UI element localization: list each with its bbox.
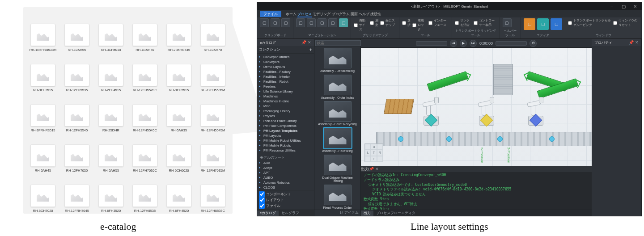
ecatalog-item[interactable]: RH-3FH3515 [26, 52, 60, 92]
ecatalog-item[interactable]: RH-3FRHR3515 [26, 92, 60, 132]
3d-viewport[interactable]: BLTRF 2-Position 3-Position [361, 48, 592, 166]
tree-item[interactable]: Demo Layouts [258, 64, 313, 69]
tree-item[interactable]: Machines In-Line [258, 99, 313, 104]
robot-1[interactable] [419, 94, 443, 126]
ecatalog-item[interactable]: RH-10AH55 [60, 12, 94, 52]
tree-item[interactable]: AUBO [258, 175, 313, 180]
signal-icon[interactable]: ▢ [503, 18, 512, 27]
ecatalog-item[interactable]: RH-12FRH7045 [60, 173, 94, 213]
asset-item[interactable]: Fixed Process Order Inser… [318, 185, 357, 210]
menu-プログラム[interactable]: プログラム [332, 12, 350, 16]
play-button[interactable]: ▶ [460, 40, 467, 47]
paste-icon[interactable]: ▢ [271, 18, 280, 27]
ecatalog-item[interactable]: RH-12FH8535C [196, 173, 230, 213]
main-conveyor[interactable] [376, 132, 592, 146]
tree-item[interactable]: Conveyor Utilities [258, 55, 313, 59]
proc-icon[interactable]: ▢ [537, 18, 549, 30]
tree-item[interactable]: PM Resource Utilities [258, 148, 313, 153]
menu-ヘルプ[interactable]: ヘルプ [359, 12, 369, 16]
navcube-face[interactable]: B [371, 144, 377, 150]
ecatalog-item[interactable]: RH-1BAH70 [128, 12, 162, 52]
step-fwd-button[interactable]: ⏭ [470, 40, 477, 47]
ecatalog-item[interactable]: RH-3CHz018 [94, 12, 128, 52]
ecatalog-item[interactable]: RH-3FH5515 [162, 52, 196, 92]
playback-scrubber-left[interactable] [416, 41, 447, 46]
navcube-face[interactable] [365, 144, 371, 150]
filter-check[interactable]: レイアウト [259, 197, 312, 203]
navcube-face[interactable]: T [371, 150, 377, 156]
playback-speed[interactable] [496, 41, 527, 46]
navcube-face[interactable]: R [377, 150, 383, 156]
ecatalog-item[interactable]: RH-6CH7020 [26, 173, 60, 213]
ecatalog-item[interactable]: RH-12FH5545C [128, 92, 162, 132]
ecatalog-item[interactable]: RH-1B5HR8538M [26, 12, 60, 52]
menu-プロセス[interactable]: プロセス [297, 12, 312, 17]
ecatalog-item[interactable]: RH-12FH5545M [196, 92, 230, 132]
asset-item[interactable]: Dual Gripper Machine Tending [318, 155, 357, 183]
tree-item[interactable]: Physics [258, 114, 313, 118]
pallet-object[interactable] [384, 99, 414, 114]
move-icon[interactable]: ▢ [307, 18, 316, 27]
tree-item[interactable]: Autonox Robotics [258, 180, 313, 185]
step-back-button[interactable]: ⏮ [450, 40, 457, 47]
rot-icon[interactable]: ▢ [318, 18, 326, 27]
filter-check[interactable]: ファイル [259, 203, 312, 209]
menu-図面[interactable]: 図面 [351, 12, 358, 16]
ecatalog-item[interactable]: RH-12FH5535M [196, 52, 230, 92]
panel-tab[interactable]: eカタログ [257, 211, 279, 216]
ecatalog-item[interactable]: RH-12FH5545 [60, 92, 94, 132]
tree-item[interactable]: PM Mobile Robot Utilities [258, 138, 313, 143]
tree-item[interactable]: Adept [258, 165, 313, 170]
output-tab[interactable]: 出力 [361, 211, 373, 216]
navcube-face[interactable] [377, 156, 383, 162]
tree-item[interactable]: ABB [258, 160, 313, 165]
tree-item[interactable]: Machines [258, 94, 313, 99]
tree-item[interactable]: Conveyors [258, 59, 313, 64]
ecatalog-item[interactable]: RH-5AH55 [94, 132, 128, 173]
ecatalog-item[interactable]: RH-12FH7035M [196, 132, 230, 173]
pin-icon[interactable]: 📌 ✕ [301, 40, 311, 45]
ribbon-option[interactable]: 選択 [402, 18, 411, 27]
ecatalog-item[interactable]: RH-6CH6020 [162, 132, 196, 173]
output-tab[interactable]: プロセスフローエディタ [373, 211, 418, 216]
ecatalog-item[interactable]: RH-25DHR [94, 92, 128, 132]
ecatalog-item[interactable]: RH-5AH35 [162, 92, 196, 132]
filter-check[interactable]: コンポーネント [259, 191, 312, 197]
nav-cube[interactable]: BLTRF [364, 143, 383, 162]
navcube-face[interactable] [377, 144, 383, 150]
conveyor-node[interactable] [398, 136, 403, 142]
stack-object[interactable] [493, 64, 513, 95]
ribbon-option[interactable]: コントローラー表示 [474, 18, 497, 27]
titlebar[interactable]: <新規レイアウト> - MELSOFT Gemini Standard – ▢ … [257, 2, 642, 10]
ribbon-option[interactable]: 面にスナップ [380, 18, 396, 27]
asset-item[interactable]: Assembly - Order Index [318, 75, 357, 100]
tree-item[interactable]: PM Mobile Robots [258, 143, 313, 148]
panel-tab[interactable]: セルグラフ [279, 211, 302, 216]
ecatalog-item[interactable]: RH-2B5HR545 [162, 12, 196, 52]
tree-item[interactable]: Packaging Library [258, 109, 313, 114]
ribbon-option[interactable]: トランスポートリンクセルグルーピング [568, 18, 611, 27]
menu-モデリング[interactable]: モデリング [313, 12, 330, 16]
scale-icon[interactable]: ▢ [328, 18, 337, 27]
tree-item[interactable]: Misc [258, 104, 313, 109]
tree-item[interactable]: CLOOS [258, 185, 313, 190]
tree-item[interactable]: Feeders [258, 84, 313, 89]
tree-item[interactable]: Facilities - Robot [258, 79, 313, 84]
tree-item[interactable]: PM Layout Templates [258, 128, 313, 133]
ecatalog-item[interactable]: RH-12FH8535 [128, 173, 162, 213]
ribbon-option[interactable]: インターフェース [428, 18, 449, 27]
tree-item[interactable]: Pick and Place Library [258, 118, 313, 123]
collection-tree[interactable]: Conveyor UtilitiesConveyorsDemo LayoutsF… [257, 54, 314, 190]
conveyor-node[interactable] [446, 136, 452, 142]
tree-item[interactable]: Life Science Library [258, 89, 313, 94]
tree-item[interactable]: PM Flow Components [258, 123, 313, 128]
asset-item[interactable]: Assembly - Pallet Recycling [318, 101, 357, 126]
robot-2[interactable] [475, 94, 499, 126]
ribbon-option[interactable]: ウィンドウのリセット [613, 18, 639, 27]
ecatalog-item[interactable]: RH-5AH45 [26, 132, 60, 173]
ecatalog-item[interactable]: RH-12FH5535 [60, 52, 94, 92]
close-button[interactable]: ✕ [629, 2, 641, 10]
navcube-face[interactable]: L [365, 150, 371, 156]
conveyor-node[interactable] [497, 136, 503, 142]
output-log[interactable]: ノードの読み込みIn: CrossingConveyor_w300ノードクラス読… [361, 172, 592, 210]
